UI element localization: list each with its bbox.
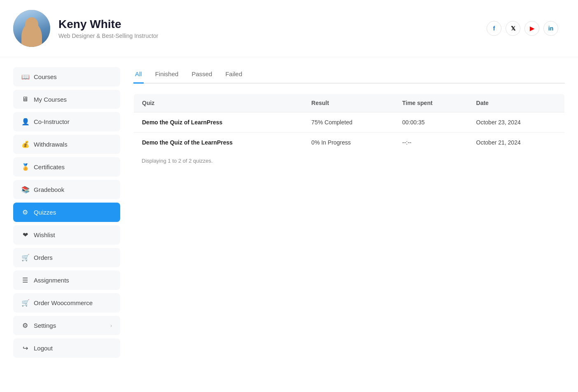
sidebar-item-logout[interactable]: ↪ Logout — [13, 338, 120, 358]
user-name: Keny White — [58, 18, 158, 31]
assignments-icon: ☰ — [21, 276, 29, 284]
orders-icon: 🛒 — [21, 254, 29, 261]
linkedin-button[interactable]: in — [543, 21, 558, 36]
sidebar-item-label: Order Woocommerce — [34, 299, 93, 306]
quiz-date-1: October 23, 2024 — [468, 112, 565, 133]
sidebar-item-label: Certificates — [34, 163, 65, 170]
sidebar-item-label: My Courses — [34, 96, 67, 103]
header-info: Keny White Web Designer & Best-Selling I… — [58, 18, 158, 39]
avatar — [13, 10, 50, 47]
sidebar-item-settings[interactable]: ⚙ Settings › — [13, 316, 120, 335]
tab-all[interactable]: All — [133, 67, 144, 84]
user-subtitle: Web Designer & Best-Selling Instructor — [58, 33, 158, 39]
sidebar-item-label: Courses — [34, 73, 57, 80]
sidebar-item-quizzes[interactable]: ⚙ Quizzes — [13, 203, 120, 222]
sidebar-item-my-courses[interactable]: 🖥 My Courses — [13, 90, 120, 109]
sidebar-item-label: Withdrawals — [34, 141, 68, 148]
tab-passed[interactable]: Passed — [190, 67, 214, 84]
sidebar-item-label: Orders — [34, 254, 53, 261]
twitter-button[interactable]: 𝕏 — [506, 21, 520, 36]
quiz-tabs: All Finished Passed Failed — [133, 67, 565, 84]
quiz-result-2: 0% In Progress — [303, 133, 394, 153]
quiz-date-2: October 21, 2024 — [468, 133, 565, 153]
order-woocommerce-icon: 🛒 — [21, 299, 29, 307]
quiz-table: Quiz Result Time spent Date Demo the Qui… — [133, 93, 565, 153]
quiz-name-1: Demo the Quiz of LearnPress — [134, 112, 303, 133]
table-row: Demo the Quiz of the LearnPress 0% In Pr… — [134, 133, 565, 153]
sidebar-item-wishlist[interactable]: ❤ Wishlist — [13, 225, 120, 245]
tab-finished[interactable]: Finished — [154, 67, 180, 84]
quiz-name-2: Demo the Quiz of the LearnPress — [134, 133, 303, 153]
sidebar-item-certificates[interactable]: 🏅 Certificates — [13, 157, 120, 177]
withdrawals-icon: 💰 — [21, 140, 29, 148]
chevron-right-icon: › — [110, 323, 112, 329]
quiz-time-2: --:-- — [394, 133, 468, 153]
col-result: Result — [303, 94, 394, 112]
logout-icon: ↪ — [21, 344, 29, 352]
avatar-image — [13, 10, 50, 47]
quizzes-icon: ⚙ — [21, 208, 29, 216]
sidebar-item-withdrawals[interactable]: 💰 Withdrawals — [13, 135, 120, 154]
sidebar-item-label: Wishlist — [34, 231, 55, 238]
youtube-button[interactable]: ▶ — [524, 21, 539, 36]
main-layout: 📖 Courses 🖥 My Courses 👤 Co-Instructor 💰… — [0, 57, 578, 387]
sidebar-item-label: Settings — [34, 322, 56, 329]
col-date: Date — [468, 94, 565, 112]
sidebar-item-orders[interactable]: 🛒 Orders — [13, 248, 120, 267]
header-left: Keny White Web Designer & Best-Selling I… — [13, 10, 158, 47]
sidebar-item-label: Assignments — [34, 277, 69, 284]
facebook-button[interactable]: f — [487, 21, 501, 36]
co-instructor-icon: 👤 — [21, 118, 29, 126]
sidebar: 📖 Courses 🖥 My Courses 👤 Co-Instructor 💰… — [13, 67, 120, 377]
sidebar-item-courses[interactable]: 📖 Courses — [13, 67, 120, 86]
gradebook-icon: 📚 — [21, 186, 29, 194]
quiz-result-1: 75% Completed — [303, 112, 394, 133]
displaying-count: Displaying 1 to 2 of 2 quizzes. — [133, 153, 565, 169]
sidebar-item-label: Co-Instructor — [34, 118, 70, 125]
sidebar-item-order-woocommerce[interactable]: 🛒 Order Woocommerce — [13, 293, 120, 313]
social-icons: f 𝕏 ▶ in — [487, 21, 558, 36]
sidebar-item-co-instructor[interactable]: 👤 Co-Instructor — [13, 112, 120, 131]
settings-icon: ⚙ — [21, 322, 29, 329]
table-header-row: Quiz Result Time spent Date — [134, 94, 565, 112]
sidebar-item-label: Gradebook — [34, 186, 64, 193]
quiz-time-1: 00:00:35 — [394, 112, 468, 133]
certificates-icon: 🏅 — [21, 163, 29, 171]
content-area: All Finished Passed Failed Quiz Result T… — [120, 67, 565, 377]
sidebar-item-assignments[interactable]: ☰ Assignments — [13, 271, 120, 290]
wishlist-icon: ❤ — [21, 231, 29, 239]
col-quiz: Quiz — [134, 94, 303, 112]
my-courses-icon: 🖥 — [21, 96, 29, 103]
courses-icon: 📖 — [21, 73, 29, 81]
sidebar-item-label: Logout — [34, 345, 53, 352]
header: Keny White Web Designer & Best-Selling I… — [0, 0, 578, 57]
tab-failed[interactable]: Failed — [224, 67, 244, 84]
sidebar-item-label: Quizzes — [34, 209, 56, 216]
table-row: Demo the Quiz of LearnPress 75% Complete… — [134, 112, 565, 133]
sidebar-item-gradebook[interactable]: 📚 Gradebook — [13, 180, 120, 199]
col-time-spent: Time spent — [394, 94, 468, 112]
